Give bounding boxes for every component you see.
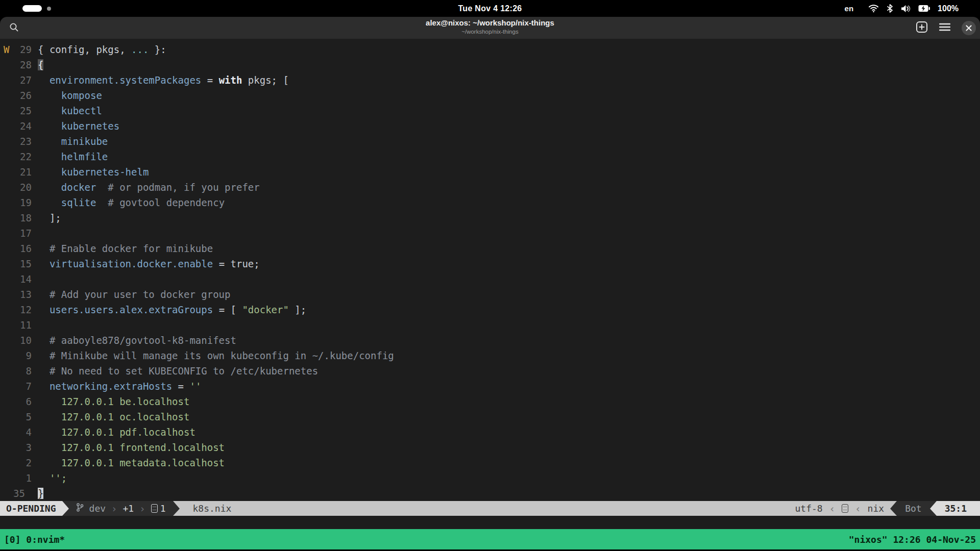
code-area[interactable]: W29{ config, pkgs, ... }:28{27 environme… bbox=[0, 39, 980, 501]
line-number: 9 bbox=[13, 348, 32, 363]
line-number: 2 bbox=[13, 455, 32, 470]
encoding-label: utf-8 bbox=[795, 503, 823, 514]
line-number: 11 bbox=[13, 317, 32, 333]
code-line[interactable]: 24 kubernetes bbox=[0, 118, 980, 134]
code-line[interactable]: 35} bbox=[0, 486, 980, 501]
code-line[interactable]: 26 kompose bbox=[0, 88, 980, 103]
battery-charging-icon bbox=[918, 5, 930, 12]
code-text: kubernetes-helm bbox=[38, 164, 149, 180]
code-line[interactable]: 10 # aaboyle878/govtool-k8-manifest bbox=[0, 333, 980, 348]
code-text: 127.0.0.1 pdf.localhost bbox=[38, 424, 195, 440]
code-line[interactable]: 28{ bbox=[0, 57, 980, 72]
code-line[interactable]: 12 users.users.alex.extraGroups = [ "doc… bbox=[0, 302, 980, 317]
code-text: minikube bbox=[38, 134, 108, 149]
code-line[interactable]: 17 bbox=[0, 226, 980, 241]
line-number: 18 bbox=[13, 210, 32, 226]
code-line[interactable]: 4 127.0.0.1 pdf.localhost bbox=[0, 424, 980, 440]
code-line[interactable]: 14 bbox=[0, 271, 980, 287]
code-text: # Add your user to docker group bbox=[38, 287, 231, 302]
code-line[interactable]: 27 environment.systemPackages = with pkg… bbox=[0, 72, 980, 88]
code-line[interactable]: W29{ config, pkgs, ... }: bbox=[0, 42, 980, 57]
cursor-location-label: 35:1 bbox=[937, 501, 980, 516]
diagnostic-sign bbox=[0, 103, 13, 118]
git-branch-icon bbox=[76, 503, 84, 514]
diagnostic-sign bbox=[0, 149, 13, 164]
diagnostics-indicator: 1 bbox=[151, 503, 166, 514]
code-line[interactable]: 19 sqlite # govtool dependency bbox=[0, 195, 980, 210]
chevron-right-icon: › bbox=[111, 503, 117, 514]
diagnostic-sign bbox=[0, 164, 13, 180]
code-text: } bbox=[38, 486, 43, 501]
code-text: 127.0.0.1 be.localhost bbox=[38, 394, 189, 409]
missing-glyph-icon bbox=[151, 504, 158, 513]
code-line[interactable]: 23 minikube bbox=[0, 134, 980, 149]
code-line[interactable]: 8 # No need to set KUBECONFIG to /etc/ku… bbox=[0, 363, 980, 379]
diagnostic-sign bbox=[0, 271, 13, 287]
git-branch-label: dev bbox=[89, 503, 106, 514]
code-line[interactable]: 9 # Minikube will manage its own kubecon… bbox=[0, 348, 980, 363]
line-number: 23 bbox=[13, 134, 32, 149]
diagnostic-sign bbox=[0, 424, 13, 440]
code-line[interactable]: 1 ''; bbox=[0, 470, 980, 486]
code-text: virtualisation.docker.enable = true; bbox=[38, 256, 260, 271]
menu-button[interactable] bbox=[939, 23, 950, 33]
line-number: 8 bbox=[13, 363, 32, 379]
vim-mode-indicator: O-PENDING bbox=[0, 501, 62, 516]
code-text: 127.0.0.1 oc.localhost bbox=[38, 409, 189, 424]
line-number: 27 bbox=[13, 72, 32, 88]
code-line[interactable]: 18 ]; bbox=[0, 210, 980, 226]
line-number: 14 bbox=[13, 271, 32, 287]
diagnostic-sign: W bbox=[0, 42, 13, 57]
keyboard-layout-indicator[interactable]: en bbox=[845, 4, 854, 13]
code-text: helmfile bbox=[38, 149, 108, 164]
line-number: 20 bbox=[13, 180, 32, 195]
line-number: 26 bbox=[13, 88, 32, 103]
code-line[interactable]: 20 docker # or podman, if you prefer bbox=[0, 180, 980, 195]
window-subtitle: ~/workshop/nix-things bbox=[0, 29, 980, 35]
code-line[interactable]: 13 # Add your user to docker group bbox=[0, 287, 980, 302]
code-line[interactable]: 15 virtualisation.docker.enable = true; bbox=[0, 256, 980, 271]
line-number: 22 bbox=[13, 149, 32, 164]
code-text: ]; bbox=[38, 210, 61, 226]
close-button[interactable] bbox=[962, 21, 976, 35]
line-number: 1 bbox=[13, 470, 32, 486]
diagnostic-sign bbox=[0, 241, 13, 256]
code-line[interactable]: 5 127.0.0.1 oc.localhost bbox=[0, 409, 980, 424]
powerline-separator-icon bbox=[890, 501, 897, 516]
code-line[interactable]: 2 127.0.0.1 metadata.localhost bbox=[0, 455, 980, 470]
statusline-middle-section: k8s.nix utf-8 ‹ ‹ nix bbox=[180, 501, 891, 516]
tmux-session-window-label[interactable]: [0] 0:nvim* bbox=[0, 534, 65, 545]
window-title: alex@nixos: ~/workshop/nix-things bbox=[0, 19, 980, 28]
code-line[interactable]: 7 networking.extraHosts = '' bbox=[0, 379, 980, 394]
line-number: 24 bbox=[13, 118, 32, 134]
code-text: 127.0.0.1 metadata.localhost bbox=[38, 455, 225, 470]
window-buttons bbox=[916, 17, 976, 39]
scroll-progress-label: Bot bbox=[897, 501, 930, 516]
statusline-git-section: dev › +1 › 1 bbox=[69, 501, 173, 516]
code-line[interactable]: 25 kubectl bbox=[0, 103, 980, 118]
system-tray[interactable]: en bbox=[845, 0, 959, 17]
tmux-host-time-label: "nixos" 12:26 04-Nov-25 bbox=[849, 534, 980, 545]
code-text: users.users.alex.extraGroups = [ "docker… bbox=[38, 302, 306, 317]
diagnostic-sign bbox=[0, 379, 13, 394]
code-line[interactable]: 21 kubernetes-helm bbox=[0, 164, 980, 180]
line-number: 10 bbox=[13, 333, 32, 348]
code-text: { bbox=[38, 57, 43, 72]
line-number: 16 bbox=[13, 241, 32, 256]
code-line[interactable]: 16 # Enable docker for minikube bbox=[0, 241, 980, 256]
new-tab-button[interactable] bbox=[916, 21, 928, 35]
diagnostic-sign bbox=[0, 226, 13, 241]
battery-percent-label: 100% bbox=[938, 4, 959, 13]
code-line[interactable]: 6 127.0.0.1 be.localhost bbox=[0, 394, 980, 409]
line-number: 7 bbox=[13, 379, 32, 394]
code-line[interactable]: 11 bbox=[0, 317, 980, 333]
line-number: 4 bbox=[13, 424, 32, 440]
diagnostic-sign bbox=[0, 455, 13, 470]
desktop: Tue Nov 4 12:26 en bbox=[0, 0, 980, 551]
clock[interactable]: Tue Nov 4 12:26 bbox=[0, 4, 980, 13]
diagnostic-sign bbox=[0, 287, 13, 302]
code-line[interactable]: 3 127.0.0.1 frontend.localhost bbox=[0, 440, 980, 455]
code-line[interactable]: 22 helmfile bbox=[0, 149, 980, 164]
chevron-left-icon: ‹ bbox=[855, 503, 861, 514]
powerline-separator-icon bbox=[173, 501, 180, 516]
